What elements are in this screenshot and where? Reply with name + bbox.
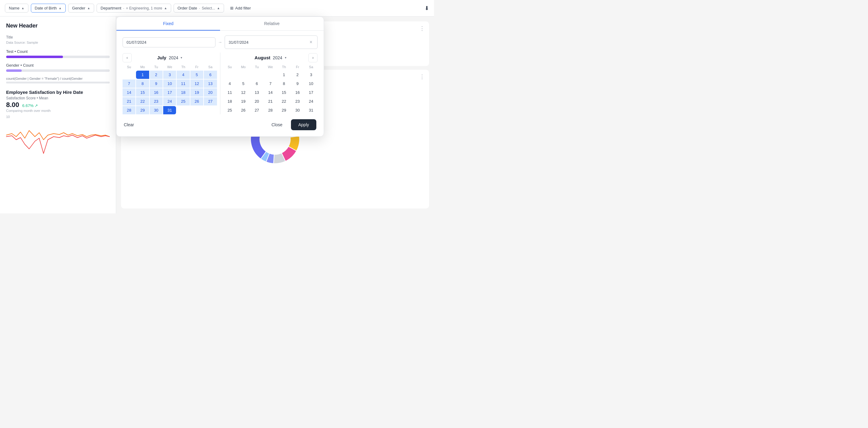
calendar-day[interactable]: 23 xyxy=(150,97,163,105)
august-month-name: August xyxy=(255,55,271,60)
filter-gender[interactable]: Gender ▲ xyxy=(68,4,94,12)
calendar-day[interactable]: 12 xyxy=(190,80,203,88)
download-button[interactable]: ⬇ xyxy=(425,5,429,11)
calendar-day[interactable]: 18 xyxy=(223,97,236,105)
chevron-up-icon-4: ▲ xyxy=(164,6,167,10)
close-button[interactable]: Close xyxy=(267,120,287,130)
calendar-day[interactable]: 27 xyxy=(204,97,217,105)
calendar-day[interactable]: 29 xyxy=(136,106,149,114)
calendar-day[interactable]: 9 xyxy=(291,80,304,88)
calendar-day[interactable]: 8 xyxy=(278,80,290,88)
panel-title: New Header xyxy=(6,23,110,29)
end-date-value: 31/07/2024 xyxy=(228,40,248,44)
calendar-day[interactable]: 10 xyxy=(163,80,176,88)
calendar-day[interactable]: 11 xyxy=(177,80,189,88)
filter-dept-extra: = Engineering, 1 more xyxy=(126,6,162,10)
calendar-day[interactable]: 26 xyxy=(190,97,203,105)
july-caret-icon: ▾ xyxy=(181,56,182,59)
calendar-day[interactable]: 28 xyxy=(123,106,135,114)
calendar-day[interactable]: 25 xyxy=(177,97,189,105)
calendar-day[interactable]: 5 xyxy=(190,71,203,79)
calendar-day[interactable]: 25 xyxy=(223,106,236,114)
calendar-day[interactable]: 3 xyxy=(163,71,176,79)
calendar-day[interactable]: 22 xyxy=(278,97,290,105)
calendar-day[interactable]: 18 xyxy=(177,88,189,97)
filter-name[interactable]: Name ▲ xyxy=(5,4,28,12)
filter-bar: Name ▲ Date of Birth ▲ Gender ▲ Departme… xyxy=(0,0,434,17)
add-filter-label: Add filter xyxy=(235,6,251,10)
calendar-day[interactable]: 15 xyxy=(136,88,149,97)
calendar-day[interactable]: 2 xyxy=(150,71,163,79)
calendar-day[interactable]: 31 xyxy=(163,106,176,114)
calendar-day[interactable]: 16 xyxy=(291,88,304,97)
start-date-input[interactable]: 01/07/2024 xyxy=(123,37,215,48)
calendar-day[interactable]: 24 xyxy=(163,97,176,105)
calendar-day[interactable]: 10 xyxy=(305,80,317,88)
next-month-button[interactable]: › xyxy=(308,53,317,62)
calendar-day[interactable]: 11 xyxy=(223,88,236,97)
calendar-day[interactable]: 8 xyxy=(136,80,149,88)
donut-card-options[interactable]: ⋮ xyxy=(419,73,426,80)
filter-department[interactable]: Department · = Engineering, 1 more ▲ xyxy=(97,4,171,12)
date-clear-icon[interactable]: × xyxy=(308,38,314,46)
filter-dob[interactable]: Date of Birth ▲ xyxy=(31,4,66,12)
calendar-day[interactable]: 4 xyxy=(177,71,189,79)
august-year: 2024 xyxy=(273,55,282,60)
calendar-day[interactable]: 1 xyxy=(278,71,290,79)
calendar-day[interactable]: 17 xyxy=(163,88,176,97)
calendar-day[interactable]: 15 xyxy=(278,88,290,97)
calendar-day[interactable]: 6 xyxy=(250,80,263,88)
calendar-footer: Clear Close Apply xyxy=(117,114,324,130)
apply-button[interactable]: Apply xyxy=(291,119,316,130)
calendar-day[interactable]: 21 xyxy=(264,97,277,105)
formula-bar xyxy=(6,82,110,84)
calendar-day[interactable]: 1 xyxy=(136,71,149,79)
calendar-day[interactable]: 22 xyxy=(136,97,149,105)
calendar-day[interactable]: 19 xyxy=(190,88,203,97)
calendar-day[interactable]: 13 xyxy=(204,80,217,88)
calendar-day[interactable]: 7 xyxy=(123,80,135,88)
prev-month-button[interactable]: ‹ xyxy=(123,53,132,62)
clear-button[interactable]: Clear xyxy=(124,122,134,127)
calendar-day[interactable]: 7 xyxy=(264,80,277,88)
calendar-day[interactable]: 6 xyxy=(204,71,217,79)
calendar-day[interactable]: 14 xyxy=(123,88,135,97)
tab-fixed[interactable]: Fixed xyxy=(117,17,220,30)
calendar-day[interactable]: 16 xyxy=(150,88,163,97)
calendar-day[interactable]: 31 xyxy=(305,106,317,114)
calendar-day[interactable]: 12 xyxy=(237,88,250,97)
calendar-day[interactable]: 19 xyxy=(237,97,250,105)
calendar-day[interactable]: 4 xyxy=(223,80,236,88)
calendar-day[interactable]: 2 xyxy=(291,71,304,79)
calendar-day[interactable]: 17 xyxy=(305,88,317,97)
tab-relative[interactable]: Relative xyxy=(220,17,324,30)
metric-card-options[interactable]: ⋮ xyxy=(419,25,426,32)
calendar-day[interactable]: 9 xyxy=(150,80,163,88)
calendar-day[interactable]: 21 xyxy=(123,97,135,105)
calendar-day[interactable]: 27 xyxy=(250,106,263,114)
calendar-day[interactable]: 20 xyxy=(250,97,263,105)
calendar-day[interactable]: 13 xyxy=(250,88,263,97)
day-label: Mo xyxy=(136,64,149,70)
calendar-day[interactable]: 5 xyxy=(237,80,250,88)
calendar-day[interactable]: 3 xyxy=(305,71,317,79)
filter-order-date[interactable]: Order Date · Select... ▲ xyxy=(174,4,224,12)
calendar-day[interactable]: 24 xyxy=(305,97,317,105)
calendar-day[interactable]: 30 xyxy=(291,106,304,114)
formula-section: count(Gender | Gender = "Female") / coun… xyxy=(6,77,110,84)
calendar-tabs: Fixed Relative xyxy=(117,17,324,31)
day-label: Mo xyxy=(237,64,250,70)
filter-icon: ⊞ xyxy=(230,6,234,10)
calendar-day[interactable]: 29 xyxy=(278,106,290,114)
chevron-up-icon-2: ▲ xyxy=(59,6,62,10)
calendar-day[interactable]: 30 xyxy=(150,106,163,114)
calendar-day[interactable]: 28 xyxy=(264,106,277,114)
calendar-day[interactable]: 23 xyxy=(291,97,304,105)
metric-gender-count: Gender • Count xyxy=(6,63,110,72)
calendar-day[interactable]: 26 xyxy=(237,106,250,114)
add-filter-button[interactable]: ⊞ Add filter xyxy=(226,4,255,12)
calendar-day[interactable]: 20 xyxy=(204,88,217,97)
calendar-day[interactable]: 14 xyxy=(264,88,277,97)
end-date-input[interactable]: 31/07/2024 × xyxy=(225,35,317,49)
download-icon: ⬇ xyxy=(425,5,429,11)
